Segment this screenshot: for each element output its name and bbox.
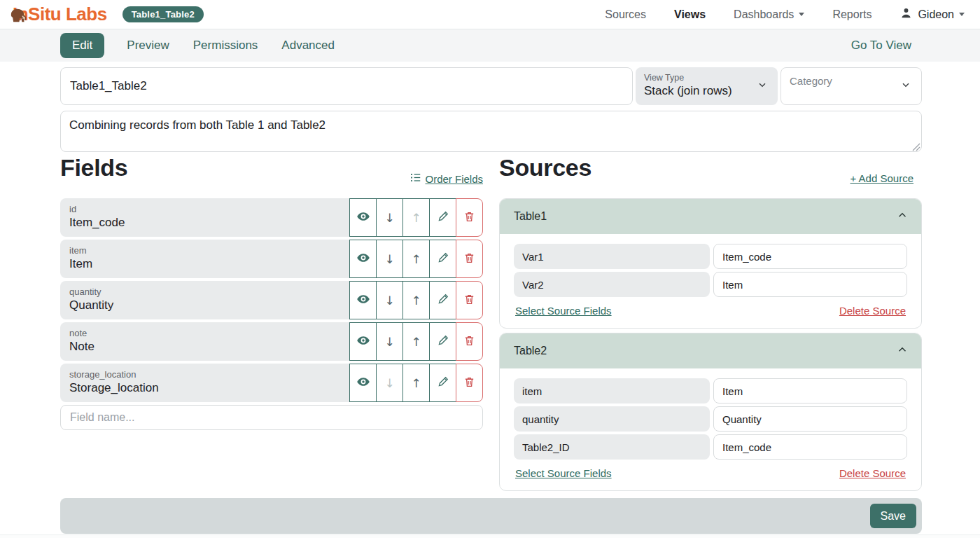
field-actions: ↓ ↑ bbox=[350, 364, 483, 402]
delete-field-button[interactable] bbox=[456, 240, 483, 278]
source-field-input[interactable] bbox=[514, 378, 710, 404]
select-source-fields-link[interactable]: Select Source Fields bbox=[515, 467, 612, 479]
visibility-toggle-button[interactable] bbox=[349, 281, 377, 319]
edit-field-button[interactable] bbox=[429, 240, 456, 278]
field-row: note Note ↓ ↑ bbox=[60, 322, 483, 361]
user-menu[interactable]: Gideon bbox=[899, 6, 965, 22]
edit-field-button[interactable] bbox=[429, 198, 456, 237]
bottom-action-bar: Save bbox=[60, 498, 922, 534]
nav-views[interactable]: Views bbox=[674, 8, 706, 21]
tab-preview[interactable]: Preview bbox=[125, 33, 170, 58]
source-field-input[interactable] bbox=[514, 434, 710, 460]
delete-field-button[interactable] bbox=[456, 198, 483, 237]
field-display-name: Note bbox=[69, 340, 350, 354]
edit-field-button[interactable] bbox=[429, 281, 456, 319]
go-to-view-link[interactable]: Go To View bbox=[851, 29, 911, 62]
arrow-up-icon: ↑ bbox=[411, 335, 421, 349]
select-source-fields-link[interactable]: Select Source Fields bbox=[515, 305, 612, 317]
arrow-up-icon: ↑ bbox=[411, 294, 421, 308]
view-name-input[interactable] bbox=[60, 67, 633, 105]
save-button[interactable]: Save bbox=[870, 504, 916, 528]
target-field-input[interactable] bbox=[713, 244, 907, 269]
target-field-input[interactable] bbox=[713, 406, 907, 432]
tab-edit[interactable]: Edit bbox=[60, 33, 104, 58]
target-field-input[interactable] bbox=[713, 272, 907, 297]
move-down-button[interactable]: ↓ bbox=[376, 322, 403, 361]
tab-advanced[interactable]: Advanced bbox=[280, 33, 336, 58]
field-key-label: storage_location bbox=[69, 369, 350, 380]
add-source-link[interactable]: + Add Source bbox=[850, 172, 913, 184]
order-fields-link[interactable]: Order Fields bbox=[410, 172, 483, 185]
source-field-input[interactable] bbox=[514, 244, 710, 269]
move-up-button[interactable]: ↑ bbox=[402, 198, 430, 237]
arrow-up-icon: ↑ bbox=[411, 252, 421, 266]
app-logo[interactable]: InSitu Labs bbox=[7, 4, 107, 25]
arrow-down-icon: ↓ bbox=[384, 211, 394, 225]
field-mapping-row bbox=[514, 272, 907, 297]
edit-field-button[interactable] bbox=[429, 364, 456, 402]
source-name: Table2 bbox=[514, 345, 547, 357]
field-rows: id Item_code ↓ ↑ item Item ↓ ↑ quantity … bbox=[60, 198, 483, 405]
trash-icon bbox=[463, 294, 475, 308]
view-description-textarea[interactable]: Combining records from both Table 1 and … bbox=[60, 111, 922, 152]
field-info: id Item_code bbox=[60, 198, 350, 237]
target-field-input[interactable] bbox=[713, 434, 907, 460]
move-up-button[interactable]: ↑ bbox=[402, 281, 430, 319]
top-navigation: Sources Views Dashboards Reports Gideon bbox=[605, 6, 980, 22]
move-down-button[interactable]: ↓ bbox=[376, 240, 403, 278]
move-up-button[interactable]: ↑ bbox=[402, 240, 430, 278]
move-down-button[interactable]: ↓ bbox=[376, 281, 403, 319]
field-display-name: Storage_location bbox=[69, 381, 350, 395]
source-card-header[interactable]: Table1 bbox=[500, 199, 921, 234]
edit-field-button[interactable] bbox=[429, 322, 456, 361]
field-row: item Item ↓ ↑ bbox=[60, 240, 483, 278]
nav-sources[interactable]: Sources bbox=[605, 8, 646, 21]
pencil-icon bbox=[437, 210, 449, 225]
visibility-toggle-button[interactable] bbox=[349, 322, 377, 361]
trash-icon bbox=[463, 335, 475, 349]
source-card-header[interactable]: Table2 bbox=[500, 333, 921, 368]
nav-dashboards-label: Dashboards bbox=[734, 8, 794, 21]
category-select[interactable]: Category bbox=[780, 67, 922, 105]
sources-heading: Sources bbox=[499, 154, 592, 181]
delete-field-button[interactable] bbox=[456, 364, 483, 402]
trash-icon bbox=[463, 252, 475, 266]
arrow-up-icon: ↑ bbox=[411, 376, 421, 390]
source-field-input[interactable] bbox=[514, 272, 710, 297]
move-up-button[interactable]: ↑ bbox=[402, 364, 430, 402]
visibility-toggle-button[interactable] bbox=[349, 198, 377, 237]
move-up-button[interactable]: ↑ bbox=[402, 322, 430, 361]
caret-down-icon bbox=[799, 13, 804, 16]
field-info: item Item bbox=[60, 240, 350, 278]
move-down-button[interactable]: ↓ bbox=[376, 364, 403, 402]
field-mapping-row bbox=[514, 406, 907, 432]
visibility-toggle-button[interactable] bbox=[349, 364, 377, 402]
pencil-icon bbox=[437, 375, 449, 390]
field-display-name: Item bbox=[69, 257, 350, 271]
source-field-input[interactable] bbox=[514, 406, 710, 432]
eye-icon bbox=[356, 251, 370, 267]
chevron-down-icon bbox=[900, 79, 911, 93]
delete-field-button[interactable] bbox=[456, 322, 483, 361]
new-field-name-input[interactable] bbox=[60, 405, 483, 430]
visibility-toggle-button[interactable] bbox=[349, 240, 377, 278]
field-actions: ↓ ↑ bbox=[350, 198, 483, 237]
source-card-body: Select Source Fields Delete Source bbox=[500, 368, 921, 490]
target-field-input[interactable] bbox=[713, 378, 907, 404]
nav-dashboards[interactable]: Dashboards bbox=[734, 8, 804, 21]
view-type-select[interactable]: View Type Stack (join rows) bbox=[636, 67, 778, 105]
fields-heading: Fields bbox=[60, 154, 127, 181]
nav-reports[interactable]: Reports bbox=[832, 8, 872, 21]
field-row: storage_location Storage_location ↓ ↑ bbox=[60, 364, 483, 402]
move-down-button[interactable]: ↓ bbox=[376, 198, 403, 237]
tab-bar: Edit Preview Permissions Advanced Go To … bbox=[0, 29, 980, 62]
delete-source-link[interactable]: Delete Source bbox=[839, 467, 906, 479]
pencil-icon bbox=[437, 251, 449, 266]
delete-source-link[interactable]: Delete Source bbox=[839, 305, 906, 317]
delete-field-button[interactable] bbox=[456, 281, 483, 319]
category-label: Category bbox=[790, 74, 913, 87]
tab-permissions[interactable]: Permissions bbox=[192, 33, 260, 58]
trash-icon bbox=[463, 376, 475, 390]
field-actions: ↓ ↑ bbox=[350, 240, 483, 278]
source-card-links: Select Source Fields Delete Source bbox=[514, 303, 907, 318]
